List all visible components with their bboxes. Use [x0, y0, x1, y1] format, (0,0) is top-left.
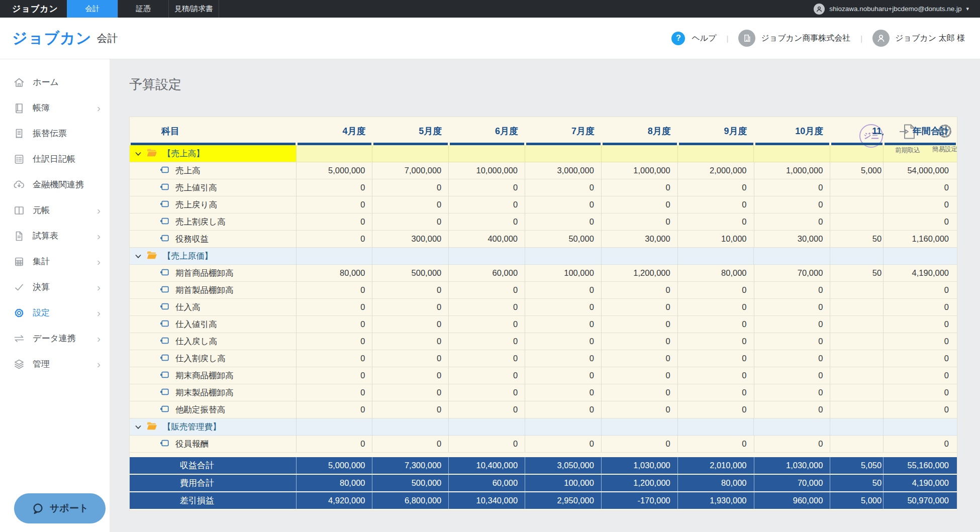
- budget-value-cell[interactable]: 0: [602, 384, 678, 401]
- budget-value-cell[interactable]: 100,000: [525, 265, 602, 282]
- budget-value-cell[interactable]: 0: [754, 316, 831, 333]
- budget-value-cell[interactable]: 30,000: [754, 231, 831, 248]
- budget-value-cell[interactable]: 0: [754, 333, 831, 350]
- budget-value-cell[interactable]: 0: [525, 214, 602, 231]
- budget-value-cell[interactable]: 0: [372, 401, 449, 418]
- budget-value-cell[interactable]: 0: [449, 316, 525, 333]
- group-header-cell[interactable]: 【売上原価】: [130, 248, 297, 265]
- budget-value-cell[interactable]: 0: [372, 299, 449, 316]
- budget-value-cell[interactable]: 0: [525, 436, 602, 453]
- budget-value-cell[interactable]: 0: [602, 367, 678, 384]
- service-tab-accounting[interactable]: 会計: [67, 0, 118, 18]
- budget-value-cell[interactable]: 0: [297, 231, 373, 248]
- budget-value-cell[interactable]: 0: [754, 350, 831, 367]
- sidebar-item-closing[interactable]: 決算›: [0, 274, 110, 300]
- budget-value-cell-truncated[interactable]: 5,000: [830, 162, 884, 179]
- budget-value-cell[interactable]: 0: [297, 299, 373, 316]
- budget-value-cell-truncated[interactable]: [830, 316, 884, 333]
- budget-value-cell[interactable]: 0: [678, 179, 754, 196]
- budget-value-cell[interactable]: 0: [372, 333, 449, 350]
- budget-value-cell[interactable]: 60,000: [449, 265, 525, 282]
- budget-value-cell[interactable]: 0: [678, 350, 754, 367]
- budget-value-cell[interactable]: 0: [525, 401, 602, 418]
- sidebar-item-books[interactable]: 帳簿›: [0, 95, 110, 121]
- budget-value-cell[interactable]: 0: [525, 333, 602, 350]
- service-tab-quote-invoice[interactable]: 見積/請求書: [168, 0, 219, 18]
- budget-value-cell[interactable]: 0: [297, 436, 373, 453]
- budget-value-cell[interactable]: 0: [449, 350, 525, 367]
- budget-value-cell[interactable]: 500,000: [372, 265, 449, 282]
- budget-value-cell[interactable]: 0: [449, 384, 525, 401]
- budget-value-cell[interactable]: 0: [372, 179, 449, 196]
- sidebar-item-journal[interactable]: 仕訳日記帳: [0, 146, 110, 172]
- sidebar-item-admin[interactable]: 管理›: [0, 351, 110, 377]
- budget-value-cell[interactable]: 0: [678, 367, 754, 384]
- budget-value-cell-truncated[interactable]: [830, 401, 884, 418]
- budget-value-cell[interactable]: 0: [372, 282, 449, 299]
- budget-value-cell[interactable]: 1,000,000: [754, 162, 831, 179]
- budget-value-cell[interactable]: 80,000: [678, 265, 754, 282]
- budget-value-cell[interactable]: 0: [372, 316, 449, 333]
- budget-value-cell[interactable]: 70,000: [754, 265, 831, 282]
- budget-value-cell-truncated[interactable]: [830, 384, 884, 401]
- budget-value-cell[interactable]: 0: [602, 282, 678, 299]
- budget-value-cell[interactable]: 0: [754, 196, 831, 214]
- budget-value-cell[interactable]: 300,000: [372, 231, 449, 248]
- budget-value-cell[interactable]: 400,000: [449, 231, 525, 248]
- support-button[interactable]: サポート: [14, 493, 106, 523]
- budget-value-cell[interactable]: 0: [372, 196, 449, 214]
- chevron-down-icon[interactable]: [135, 251, 141, 261]
- budget-value-cell[interactable]: 0: [602, 333, 678, 350]
- budget-value-cell[interactable]: 0: [754, 179, 831, 196]
- budget-value-cell[interactable]: 0: [678, 384, 754, 401]
- budget-value-cell[interactable]: 0: [602, 350, 678, 367]
- service-tab-evidence[interactable]: 証憑: [118, 0, 168, 18]
- budget-value-cell[interactable]: 0: [525, 282, 602, 299]
- budget-value-cell-truncated[interactable]: [830, 214, 884, 231]
- budget-value-cell[interactable]: 80,000: [297, 265, 373, 282]
- budget-value-cell[interactable]: 0: [525, 367, 602, 384]
- budget-value-cell[interactable]: 0: [678, 333, 754, 350]
- budget-value-cell[interactable]: 3,000,000: [525, 162, 602, 179]
- budget-value-cell[interactable]: 0: [754, 384, 831, 401]
- budget-value-cell[interactable]: 0: [754, 214, 831, 231]
- budget-value-cell[interactable]: 10,000: [678, 231, 754, 248]
- budget-value-cell[interactable]: 0: [602, 316, 678, 333]
- budget-value-cell[interactable]: 0: [754, 436, 831, 453]
- budget-value-cell[interactable]: 0: [449, 299, 525, 316]
- budget-value-cell[interactable]: 0: [449, 401, 525, 418]
- budget-value-cell[interactable]: 0: [372, 384, 449, 401]
- budget-value-cell-truncated[interactable]: [830, 333, 884, 350]
- budget-value-cell-truncated[interactable]: [830, 196, 884, 214]
- budget-value-cell[interactable]: 0: [678, 196, 754, 214]
- budget-value-cell-truncated[interactable]: [830, 350, 884, 367]
- budget-value-cell[interactable]: 0: [449, 179, 525, 196]
- budget-value-cell[interactable]: 0: [678, 436, 754, 453]
- budget-value-cell[interactable]: 0: [372, 214, 449, 231]
- budget-value-cell[interactable]: 0: [372, 367, 449, 384]
- budget-value-cell-truncated[interactable]: [830, 179, 884, 196]
- budget-value-cell[interactable]: 0: [678, 282, 754, 299]
- budget-value-cell[interactable]: 0: [602, 299, 678, 316]
- chevron-down-icon[interactable]: [135, 422, 141, 432]
- group-header-cell[interactable]: 【売上高】: [130, 145, 297, 162]
- budget-value-cell[interactable]: 0: [372, 436, 449, 453]
- budget-value-cell[interactable]: 0: [754, 299, 831, 316]
- budget-value-cell[interactable]: 0: [449, 214, 525, 231]
- sidebar-item-aggregate[interactable]: 集計›: [0, 249, 110, 274]
- budget-value-cell[interactable]: 0: [297, 316, 373, 333]
- budget-value-cell[interactable]: 30,000: [602, 231, 678, 248]
- budget-value-cell[interactable]: 0: [678, 214, 754, 231]
- sidebar-item-ledger[interactable]: 元帳›: [0, 197, 110, 223]
- budget-value-cell-truncated[interactable]: [830, 436, 884, 453]
- budget-value-cell[interactable]: 10,000,000: [449, 162, 525, 179]
- budget-value-cell[interactable]: 0: [754, 367, 831, 384]
- budget-value-cell[interactable]: 0: [678, 316, 754, 333]
- budget-value-cell[interactable]: 0: [449, 367, 525, 384]
- budget-value-cell[interactable]: 0: [449, 282, 525, 299]
- budget-value-cell[interactable]: 1,000,000: [602, 162, 678, 179]
- budget-value-cell[interactable]: 0: [449, 196, 525, 214]
- budget-value-cell[interactable]: 0: [754, 282, 831, 299]
- budget-value-cell[interactable]: 0: [525, 196, 602, 214]
- group-header-cell[interactable]: 【販売管理費】: [130, 418, 297, 436]
